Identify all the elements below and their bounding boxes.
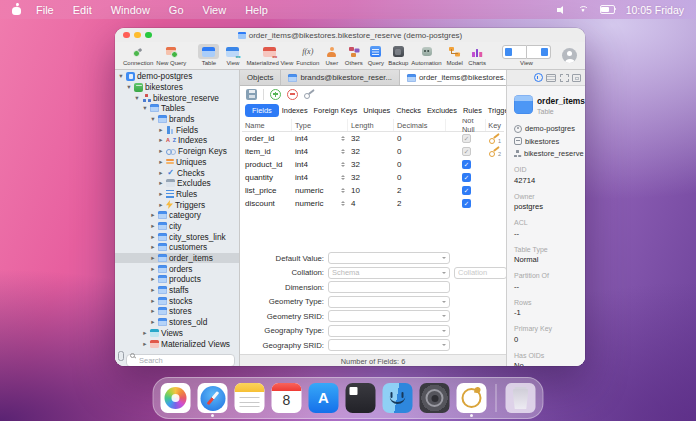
- field-decimals-cell[interactable]: 0: [394, 173, 446, 182]
- toolbar-others-button[interactable]: Others: [344, 44, 363, 66]
- not-null-checkbox[interactable]: ✓: [462, 186, 471, 195]
- window-titlebar[interactable]: order_items@bikestores.bikestore_reserve…: [115, 28, 585, 42]
- menu-file[interactable]: File: [36, 4, 54, 16]
- chevron-right-icon[interactable]: ▸: [150, 285, 156, 295]
- chevron-right-icon[interactable]: ▸: [150, 274, 156, 284]
- dock-app-store-icon[interactable]: [309, 383, 339, 413]
- form-select-geography-srid[interactable]: [328, 339, 450, 351]
- field-length-cell[interactable]: 32: [348, 134, 394, 143]
- dock-photos-icon[interactable]: [161, 383, 191, 413]
- field-decimals-cell[interactable]: 2: [394, 199, 446, 208]
- tab-brands-bikestore-reser[interactable]: brands@bikestore_reser...: [281, 70, 400, 85]
- field-decimals-cell[interactable]: 0: [394, 134, 446, 143]
- grid-view-icon[interactable]: [546, 74, 556, 82]
- menubar-clock[interactable]: 10:05 Friday: [626, 4, 684, 16]
- chevron-right-icon[interactable]: ▸: [150, 253, 156, 263]
- stepper-icon[interactable]: [341, 162, 345, 167]
- tree-item-brands[interactable]: ▾brands: [115, 114, 239, 125]
- toolbar-table-button[interactable]: Table: [198, 44, 219, 66]
- subtab-checks[interactable]: Checks: [393, 104, 424, 117]
- column-header-decimals[interactable]: Decimals: [394, 119, 446, 131]
- tree-item-products[interactable]: ▸products: [115, 274, 239, 285]
- dock-finder-icon[interactable]: [383, 383, 413, 413]
- chevron-right-icon[interactable]: ▸: [142, 328, 148, 338]
- user-avatar[interactable]: [562, 48, 577, 63]
- chevron-down-icon[interactable]: ▾: [134, 93, 140, 103]
- chevron-right-icon[interactable]: ▸: [158, 178, 164, 188]
- form-select-geography-type[interactable]: [328, 325, 450, 337]
- field-name-cell[interactable]: order_id: [242, 134, 292, 143]
- column-header-key[interactable]: Key: [486, 119, 502, 131]
- field-type-cell[interactable]: numeric: [292, 186, 348, 195]
- toolbar-user-button[interactable]: User: [322, 44, 341, 66]
- tree-item-stores[interactable]: ▸stores: [115, 306, 239, 317]
- not-null-checkbox[interactable]: ✓: [462, 199, 471, 208]
- chevron-right-icon[interactable]: ▸: [150, 296, 156, 306]
- tree-item-stocks[interactable]: ▸stocks: [115, 295, 239, 306]
- chevron-right-icon[interactable]: ▸: [158, 168, 164, 178]
- toolbar-materialized-view-button[interactable]: Materialized View: [246, 44, 293, 66]
- toolbar-backup-button[interactable]: Backup: [388, 44, 408, 66]
- field-name-cell[interactable]: discount: [242, 199, 292, 208]
- field-length-cell[interactable]: 32: [348, 160, 394, 169]
- column-header-not-null[interactable]: Not Null: [446, 119, 486, 131]
- stepper-icon[interactable]: [341, 175, 345, 180]
- toolbar-charts-button[interactable]: Charts: [468, 44, 487, 66]
- toolbar-model-button[interactable]: Model: [445, 44, 465, 66]
- save-icon[interactable]: [246, 89, 257, 100]
- field-type-cell[interactable]: int4: [292, 147, 348, 156]
- toolbar-automation-button[interactable]: Automation: [411, 44, 441, 66]
- select-view-icon[interactable]: [560, 74, 569, 82]
- not-null-checkbox[interactable]: ✓: [462, 134, 471, 143]
- stepper-icon[interactable]: [341, 201, 345, 206]
- menu-go[interactable]: Go: [169, 4, 184, 16]
- form-select-geometry-srid[interactable]: [328, 310, 450, 322]
- info-icon[interactable]: [534, 73, 543, 82]
- tree-item-indexes[interactable]: ▸Indexes: [115, 135, 239, 146]
- column-header-type[interactable]: Type: [292, 119, 348, 131]
- form-input-dimension[interactable]: [328, 281, 450, 293]
- field-length-cell[interactable]: 32: [348, 173, 394, 182]
- subtab-rules[interactable]: Rules: [460, 104, 485, 117]
- chevron-down-icon[interactable]: ▾: [150, 114, 156, 124]
- not-null-checkbox[interactable]: ✓: [462, 173, 471, 182]
- form-select-geometry-type[interactable]: [328, 296, 450, 308]
- stepper-icon[interactable]: [341, 149, 345, 154]
- tree-item-orders[interactable]: ▸orders: [115, 263, 239, 274]
- tree-item-triggers[interactable]: ▸Triggers: [115, 199, 239, 210]
- tree-item-staffs[interactable]: ▸staffs: [115, 285, 239, 296]
- field-length-cell[interactable]: 4: [348, 199, 394, 208]
- chevron-right-icon[interactable]: ▸: [158, 200, 164, 210]
- field-type-cell[interactable]: int4: [292, 160, 348, 169]
- stepper-icon[interactable]: [341, 136, 345, 141]
- tree-item-demo-postgres[interactable]: ▾demo-postgres: [115, 71, 239, 82]
- form-select-collation[interactable]: Schema: [328, 267, 450, 279]
- tree-item-bikestore-reserve[interactable]: ▾bikestore_reserve: [115, 92, 239, 103]
- add-field-icon[interactable]: [270, 89, 281, 100]
- chevron-down-icon[interactable]: ▾: [126, 82, 132, 92]
- tree-item-stores-old[interactable]: ▸stores_old: [115, 317, 239, 328]
- battery-icon[interactable]: [600, 5, 615, 14]
- tree-item-tables[interactable]: ▾Tables: [115, 103, 239, 114]
- delete-field-icon[interactable]: [287, 89, 298, 100]
- tree-item-rules[interactable]: ▸Rules: [115, 189, 239, 200]
- subtab-foreign-keys[interactable]: Foreign Keys: [311, 104, 361, 117]
- tree-item-excludes[interactable]: ▸Excludes: [115, 178, 239, 189]
- menu-window[interactable]: Window: [111, 4, 150, 16]
- tree-item-bikestores[interactable]: ▾bikestores: [115, 82, 239, 93]
- menu-help[interactable]: Help: [245, 4, 268, 16]
- dock-navicat-icon[interactable]: [457, 383, 487, 413]
- chevron-down-icon[interactable]: ▾: [118, 71, 124, 81]
- toggle-left-pane-button[interactable]: [502, 45, 527, 59]
- chevron-right-icon[interactable]: ▸: [150, 306, 156, 316]
- not-null-checkbox[interactable]: ✓: [462, 147, 471, 156]
- field-name-cell[interactable]: item_id: [242, 147, 292, 156]
- field-row-discount[interactable]: discountnumeric42✓: [242, 197, 504, 210]
- tree-item-views[interactable]: ▸Views: [115, 328, 239, 339]
- subtab-excludes[interactable]: Excludes: [424, 104, 460, 117]
- tree-item-fields[interactable]: ▸Fields: [115, 124, 239, 135]
- chevron-right-icon[interactable]: ▸: [158, 146, 164, 156]
- field-type-cell[interactable]: numeric: [292, 199, 348, 208]
- field-decimals-cell[interactable]: 0: [394, 147, 446, 156]
- toggle-right-pane-button[interactable]: [527, 45, 551, 59]
